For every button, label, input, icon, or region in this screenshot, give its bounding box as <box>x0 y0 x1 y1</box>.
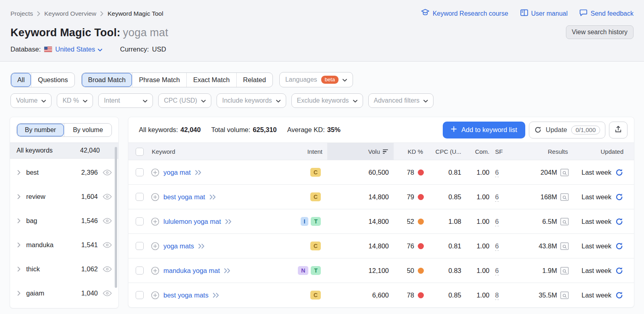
kd-value: 79 <box>407 193 414 201</box>
column-header-keyword[interactable]: Keyword <box>151 148 295 155</box>
keyword-research-course-link[interactable]: Keyword Research course <box>421 9 508 18</box>
refresh-metrics-icon[interactable] <box>615 168 623 177</box>
keyword-link[interactable]: best yoga mats <box>163 291 208 299</box>
add-keyword-icon[interactable] <box>151 168 159 177</box>
add-keyword-icon[interactable] <box>151 193 159 201</box>
refresh-metrics-icon[interactable] <box>615 266 623 275</box>
expand-keyword-icon[interactable] <box>195 170 202 175</box>
add-to-keyword-list-button[interactable]: Add to keyword list <box>443 122 525 138</box>
intent-filter-dropdown[interactable]: Intent <box>98 93 153 108</box>
sidebar-group-best[interactable]: best 2,396 <box>10 160 118 184</box>
toggle-by-number[interactable]: By number <box>17 124 64 136</box>
send-feedback-link[interactable]: Send feedback <box>580 9 634 18</box>
keyword-link[interactable]: lululemon yoga mat <box>163 218 221 225</box>
exclude-keywords-dropdown[interactable]: Exclude keywords <box>291 93 363 108</box>
serp-features-count[interactable]: 6 <box>495 169 499 177</box>
update-metrics-button[interactable]: Update 0/1,000 <box>529 122 605 138</box>
languages-dropdown[interactable]: Languages beta <box>279 72 353 87</box>
tab-exact-match[interactable]: Exact Match <box>186 73 236 87</box>
row-checkbox[interactable] <box>136 217 144 225</box>
export-button[interactable] <box>609 122 627 138</box>
tab-related[interactable]: Related <box>236 73 272 87</box>
sidebar-group-manduka[interactable]: manduka 1,541 <box>10 233 118 257</box>
volume-filter-dropdown[interactable]: Volume <box>10 93 52 108</box>
serp-preview-icon[interactable] <box>560 218 569 225</box>
column-header-com[interactable]: Com. <box>466 148 494 155</box>
column-header-updated[interactable]: Updated <box>573 148 634 155</box>
serp-features-count[interactable]: 8 <box>495 291 499 300</box>
refresh-metrics-icon[interactable] <box>615 193 623 201</box>
chevron-right-icon[interactable] <box>17 218 21 223</box>
add-keyword-icon[interactable] <box>151 266 159 275</box>
expand-keyword-icon[interactable] <box>225 219 232 224</box>
keyword-link[interactable]: yoga mat <box>163 169 191 176</box>
refresh-metrics-icon[interactable] <box>615 242 623 250</box>
row-checkbox[interactable] <box>136 193 144 201</box>
sidebar-group-thick[interactable]: thick 1,062 <box>10 257 118 281</box>
kd-filter-dropdown[interactable]: KD % <box>57 93 93 108</box>
expand-keyword-icon[interactable] <box>209 194 216 200</box>
include-keywords-dropdown[interactable]: Include keywords <box>217 93 286 108</box>
select-all-checkbox[interactable] <box>136 148 144 156</box>
column-header-cpc[interactable]: CPC (U... <box>428 148 466 155</box>
keyword-link[interactable]: manduka yoga mat <box>163 267 220 275</box>
column-header-volume[interactable]: Volu <box>327 143 394 160</box>
column-header-kd[interactable]: KD % <box>394 148 428 155</box>
chevron-right-icon[interactable] <box>17 194 21 199</box>
column-header-intent[interactable]: Intent <box>295 148 327 155</box>
tab-all[interactable]: All <box>11 73 31 87</box>
eye-icon[interactable] <box>103 242 112 248</box>
tab-questions[interactable]: Questions <box>31 73 74 87</box>
column-header-results[interactable]: Results <box>516 148 573 155</box>
expand-keyword-icon[interactable] <box>213 293 219 298</box>
cpc-filter-dropdown[interactable]: CPC (USD) <box>158 93 211 108</box>
user-manual-link[interactable]: User manual <box>520 9 568 18</box>
add-keyword-icon[interactable] <box>151 291 159 300</box>
chevron-right-icon[interactable] <box>17 242 21 248</box>
serp-features-count[interactable]: 6 <box>495 242 499 251</box>
serp-preview-icon[interactable] <box>560 291 569 299</box>
eye-icon[interactable] <box>103 194 112 200</box>
chevron-right-icon[interactable] <box>17 170 21 175</box>
competition-value: 1.00 <box>466 169 494 176</box>
add-keyword-icon[interactable] <box>151 242 159 250</box>
sidebar-group-bag[interactable]: bag 1,546 <box>10 209 118 233</box>
sidebar-group-gaiam[interactable]: gaiam 1,040 <box>10 281 118 305</box>
breadcrumb-keyword-overview[interactable]: Keyword Overview <box>44 10 96 17</box>
refresh-metrics-icon[interactable] <box>615 217 623 226</box>
database-selector[interactable]: United States <box>44 45 102 53</box>
serp-features-count[interactable]: 6 <box>495 218 499 226</box>
serp-preview-icon[interactable] <box>560 267 569 275</box>
row-checkbox[interactable] <box>136 168 144 176</box>
breadcrumb-projects[interactable]: Projects <box>10 10 33 17</box>
chevron-right-icon[interactable] <box>17 266 21 272</box>
eye-icon[interactable] <box>103 169 112 176</box>
column-header-sf[interactable]: SF <box>494 148 516 155</box>
keyword-link[interactable]: yoga mats <box>163 242 194 250</box>
row-checkbox[interactable] <box>136 242 144 250</box>
advanced-filters-dropdown[interactable]: Advanced filters <box>368 93 434 108</box>
sidebar-scrollbar[interactable] <box>115 147 117 288</box>
serp-preview-icon[interactable] <box>560 193 569 201</box>
toggle-by-volume[interactable]: By volume <box>64 124 111 136</box>
add-keyword-icon[interactable] <box>151 217 159 226</box>
eye-icon[interactable] <box>103 266 112 272</box>
keyword-link[interactable]: best yoga mat <box>163 193 205 201</box>
row-checkbox[interactable] <box>136 266 144 275</box>
serp-features-count[interactable]: 6 <box>495 193 499 202</box>
eye-icon[interactable] <box>103 290 112 296</box>
serp-features-count[interactable]: 6 <box>495 267 499 275</box>
row-checkbox[interactable] <box>136 291 144 299</box>
sidebar-all-keywords-row[interactable]: All keywords 42,040 <box>10 143 118 159</box>
sidebar-group-review[interactable]: review 1,604 <box>10 184 118 209</box>
view-search-history-button[interactable]: View search history <box>566 25 634 39</box>
serp-preview-icon[interactable] <box>560 169 569 176</box>
expand-keyword-icon[interactable] <box>198 244 205 249</box>
expand-keyword-icon[interactable] <box>224 268 231 273</box>
serp-preview-icon[interactable] <box>560 242 569 250</box>
tab-broad-match[interactable]: Broad Match <box>82 73 132 87</box>
tab-phrase-match[interactable]: Phrase Match <box>132 73 186 87</box>
refresh-metrics-icon[interactable] <box>615 291 623 300</box>
eye-icon[interactable] <box>103 218 112 224</box>
chevron-right-icon[interactable] <box>17 291 21 296</box>
